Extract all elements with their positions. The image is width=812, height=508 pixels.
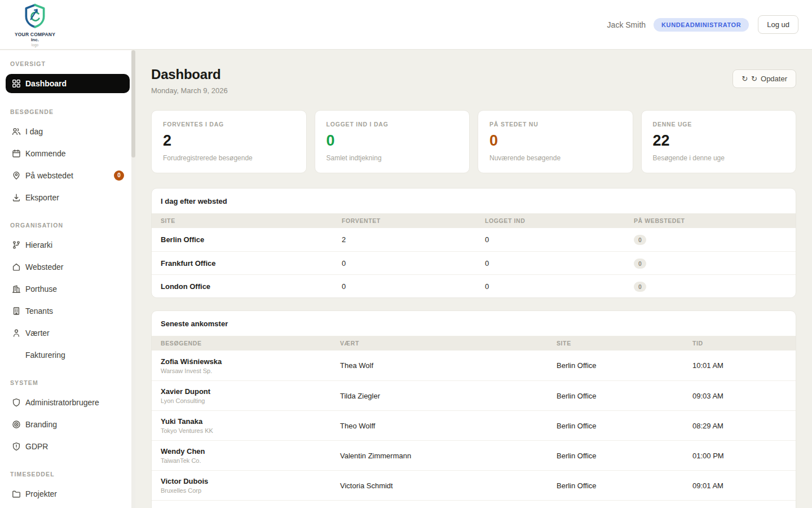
table-row[interactable]: Berlin Office200 [152, 228, 796, 251]
table-row[interactable]: Frankfurt Office000 [152, 251, 796, 274]
logo-shield-icon [23, 3, 47, 31]
stat-value: 0 [326, 133, 458, 148]
sidebar-item-websteder[interactable]: Websteder [6, 256, 130, 278]
sidebar-item-label: Projekter [25, 489, 57, 498]
table-row[interactable]: Wendy ChenTaiwanTek Co.Valentin Zimmerma… [152, 440, 796, 470]
time-cell: 10:01 AM [692, 361, 787, 370]
column-header: VÆRT [340, 340, 557, 347]
site-cell: London Office [161, 282, 342, 291]
sidebar-section: OVERSIGTDashboard [0, 50, 135, 93]
sidebar-item-branding[interactable]: Branding [6, 413, 130, 435]
sidebar-item-gennemg-og-godkend[interactable]: Gennemgå og godkend [6, 505, 130, 508]
column-header: SITE [557, 340, 692, 347]
sidebar-item-porthuse[interactable]: Porthuse [6, 278, 130, 300]
home-icon [12, 262, 21, 271]
sidebar-item-v-rter[interactable]: Værter [6, 322, 130, 344]
sidebar-section-label: SYSTEM [0, 366, 135, 391]
time-cell: 08:29 AM [692, 422, 787, 430]
site-cell: Berlin Office [557, 422, 692, 430]
main-content: Dashboard Monday, March 9, 2026 ↻ ↻ Opda… [135, 50, 812, 508]
arrivals-table-card: Seneste ankomster BESØGENDEVÆRTSITETID Z… [151, 310, 796, 508]
stats-row: FORVENTES I DAG2Forudregistrerede besøge… [151, 110, 796, 173]
time-cell: 01:00 PM [692, 452, 787, 460]
table-row[interactable]: Zofia WiśniewskaWarsaw Invest Sp.Thea Wo… [152, 351, 796, 380]
refresh-button[interactable]: ↻ ↻ Opdater [732, 69, 796, 88]
sidebar-item-label: Tenants [25, 306, 53, 316]
sidebar-scrollbar-thumb[interactable] [131, 50, 135, 157]
time-cell: 09:03 AM [692, 392, 787, 400]
stat-value: 22 [653, 133, 785, 148]
sidebar-item-label: Værter [25, 329, 50, 338]
sidebar-section: ORGANISATIONHierarkiWebstederPorthuseTen… [0, 208, 135, 366]
visitor-cell: Zofia WiśniewskaWarsaw Invest Sp. [161, 357, 340, 374]
logout-button[interactable]: Log ud [758, 15, 798, 34]
site-cell: Berlin Office [557, 481, 692, 490]
logo-company-text: YOUR COMPANY [15, 32, 55, 37]
sidebar-section: TIMESEDDELProjekterGennemgå og godkendEk… [0, 457, 135, 508]
host-cell: Valentin Zimmermann [340, 452, 557, 460]
stat-label: PÅ STEDET NU [489, 121, 621, 128]
app-header: YOUR COMPANY Inc. logo Jack Smith KUNDEA… [0, 0, 812, 50]
on-site-badge: 0 [634, 282, 646, 292]
column-header: PÅ WEBSTEDET [634, 217, 787, 224]
download-icon [12, 193, 21, 202]
page-title: Dashboard [151, 67, 228, 82]
sidebar-item-label: I dag [25, 127, 43, 136]
sidebar-item-projekter[interactable]: Projekter [6, 483, 130, 505]
site-table-card: I dag efter websted SITEFORVENTETLOGGET … [151, 188, 796, 298]
sidebar-item-dashboard[interactable]: Dashboard [6, 74, 130, 93]
stat-card-denne-uge: DENNE UGE22Besøgende i denne uge [641, 110, 797, 173]
page: YOUR COMPANY Inc. logo Jack Smith KUNDEA… [0, 0, 812, 508]
sidebar-item-kommende[interactable]: Kommende [6, 142, 130, 164]
sidebar-item-fakturering[interactable]: Fakturering [6, 344, 130, 366]
hierarchy-icon [12, 240, 21, 249]
user-name: Jack Smith [607, 20, 646, 29]
table-row[interactable]: London Office000 [152, 274, 796, 297]
on-site-badge: 0 [634, 235, 646, 245]
shield-icon [12, 398, 21, 407]
sidebar-item-p-webstedet[interactable]: På webstedet0 [6, 164, 130, 186]
visitor-company: Warsaw Invest Sp. [161, 367, 340, 374]
host-cell: Thea Wolf [340, 361, 557, 370]
table-row[interactable]: Xavier DupontLyon ConsultingTilda Ziegle… [152, 380, 796, 410]
logged-in-cell: 0 [485, 259, 634, 268]
on-site-badge: 0 [634, 259, 646, 269]
stat-label: LOGGET IND I DAG [326, 121, 458, 128]
company-logo[interactable]: YOUR COMPANY Inc. logo [11, 3, 59, 47]
sidebar-item-label: Kommende [25, 149, 66, 158]
stat-sublabel: Besøgende i denne uge [653, 154, 785, 162]
sidebar-item-i-dag[interactable]: I dag [6, 120, 130, 142]
table-row[interactable]: Victor DuboisBruxelles CorpVictoria Schm… [152, 470, 796, 500]
visitor-company: TaiwanTek Co. [161, 457, 340, 464]
sidebar-item-tenants[interactable]: Tenants [6, 300, 130, 322]
sidebar-item-label: Eksporter [25, 193, 59, 202]
table-row[interactable]: Yuki TanakaTokyo Ventures KKTheo WolffBe… [152, 410, 796, 440]
host-cell: Victoria Schmidt [340, 481, 557, 490]
visitor-cell: Yuki TanakaTokyo Ventures KK [161, 417, 340, 434]
time-cell: 09:01 AM [692, 481, 787, 490]
stat-value: 2 [163, 133, 295, 148]
stat-card-logget-ind-i-dag: LOGGET IND I DAG0Samlet indtjekning [315, 110, 470, 173]
sidebar-item-hierarki[interactable]: Hierarki [6, 234, 130, 256]
visitor-company: Lyon Consulting [161, 397, 340, 404]
visitor-company: Bruxelles Corp [161, 487, 340, 494]
stat-value: 0 [489, 133, 621, 148]
sidebar-item-label: Fakturering [25, 351, 65, 360]
visitor-name: Wendy Chen [161, 447, 340, 456]
sidebar-item-label: Dashboard [25, 79, 67, 88]
no-icon [12, 351, 21, 360]
sidebar-item-gdpr[interactable]: GDPR [6, 435, 130, 457]
sidebar-item-label: GDPR [25, 442, 48, 451]
table-row[interactable]: Uma Patel [152, 500, 796, 508]
visitor-name: Yuki Tanaka [161, 417, 340, 426]
sidebar-section-label: BESØGENDE [0, 95, 135, 120]
stat-card-forventes-i-dag: FORVENTES I DAG2Forudregistrerede besøge… [151, 110, 307, 173]
shield-alert-icon [12, 442, 21, 451]
sidebar-section-label: OVERSIGT [0, 50, 135, 72]
sidebar-item-administratorbrugere[interactable]: Administratorbrugere [6, 391, 130, 413]
visitor-name: Xavier Dupont [161, 387, 340, 396]
sidebar-scrollbar-track[interactable] [131, 50, 135, 508]
sidebar-item-eksporter[interactable]: Eksporter [6, 186, 130, 208]
building-icon [12, 284, 21, 294]
logo-inc-text: Inc. [31, 37, 39, 42]
